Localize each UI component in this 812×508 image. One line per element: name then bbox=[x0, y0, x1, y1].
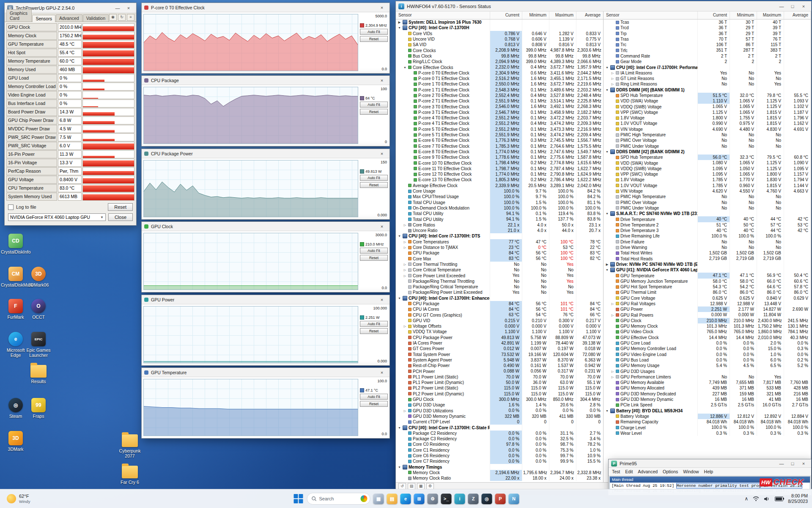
column-header-minimum[interactable]: Minimum bbox=[730, 11, 757, 19]
sensor-row[interactable]: ▶Drive: NVMe PC SN740 NVMe WD 1TB (E82..… bbox=[604, 262, 811, 267]
sensor-row[interactable]: ▷GPU D3D Usages bbox=[604, 368, 811, 374]
collapse-icon[interactable]: ▼ bbox=[398, 295, 401, 301]
gpuz-tab-sensors[interactable]: Sensors bbox=[32, 15, 55, 22]
desktop-icon-fraps[interactable]: 99Fraps bbox=[24, 398, 53, 419]
sensor-row[interactable]: PL2 Power Limit (Dynamic)115.0 W115.0 W1… bbox=[396, 391, 603, 397]
prime95-close-button[interactable]: × bbox=[798, 460, 809, 467]
sensor-row[interactable]: PL1 Power Limit (Static)70.0 W70.0 W70.0… bbox=[396, 374, 603, 380]
sensor-value[interactable]: 83.0 °C bbox=[58, 184, 82, 192]
menu-icon[interactable]: ≡ bbox=[127, 14, 134, 21]
collapse-icon[interactable]: ▼ bbox=[605, 267, 609, 273]
sensor-row[interactable]: Total CPU Utility94.1 %1.5 %137.7 %83.8 … bbox=[396, 216, 603, 222]
sensor-row[interactable]: GPU Memory Clock101.3 MHz101.3 MHz1,750.… bbox=[604, 323, 811, 329]
sensor-row[interactable]: E-core 13 T0 Effective Clock1,805.3 MHz0… bbox=[396, 177, 603, 182]
desktop-icon-crystaldiskinfo[interactable]: CDCrystalDiskInfo bbox=[1, 234, 30, 254]
sensor-row[interactable]: GPU Thermal Limit86.0 °C86.0 °C86.0 °C86… bbox=[604, 290, 811, 295]
auto-fit-button[interactable]: Auto Fit bbox=[360, 321, 388, 327]
sensor-row[interactable]: ▼S.M.A.R.T.: PC SN740 NVMe WD 1TB (231..… bbox=[604, 211, 811, 216]
sensor-row[interactable]: ▼CPU [#0]: Intel Core i7-13700H: Enhance… bbox=[396, 295, 603, 301]
gpuz-tab-graphics-card[interactable]: Graphics Card bbox=[6, 9, 32, 22]
sensor-row[interactable]: Battery Voltage12.886 V12.812 V12.892 V1… bbox=[604, 414, 811, 419]
sensor-row[interactable]: ▼DDR5 DIMM [#0] (BANK 0/DIMM 1) bbox=[604, 87, 811, 93]
graph-reset-button[interactable]: Reset bbox=[360, 109, 388, 115]
sensor-row[interactable]: Max CPU/Thread Usage100.0 %9.7 %100.0 %8… bbox=[396, 194, 603, 199]
sensor-row[interactable]: Memory Clock Ratio22.00 x18.00 x24.00 x2… bbox=[396, 475, 603, 481]
sensor-row[interactable]: ▷Core Distance to TjMAX23 °C0 °C53 °C22 … bbox=[396, 245, 603, 250]
sensor-value[interactable]: 2010.0 MHz bbox=[58, 23, 82, 31]
auto-fit-button[interactable]: Auto Fit bbox=[360, 175, 388, 181]
sensor-row[interactable]: Remaining Capacity84.018 Wh84.018 Wh84.0… bbox=[604, 419, 811, 425]
sensor-row[interactable]: GPU D3D Memory Dedicated227 MB159 MB321 … bbox=[604, 391, 811, 397]
sensor-row[interactable]: PMIC Over VoltageNoNoNo bbox=[604, 138, 811, 143]
sensor-row[interactable]: Rest-of-Chip Power0.490 W0.161 W1.537 W0… bbox=[396, 363, 603, 368]
auto-fit-button[interactable]: Auto Fit bbox=[360, 248, 388, 254]
column-header-average[interactable]: Average bbox=[784, 11, 811, 19]
sensor-row[interactable]: GPU Memory Available7,749 MB7,655 MB7,81… bbox=[604, 380, 811, 385]
sensor-row[interactable]: Core Usage100.0 %9.7 %100.0 %84.2 % bbox=[396, 188, 603, 194]
column-header-average[interactable]: Average bbox=[576, 11, 603, 19]
sensor-row[interactable]: Uncore Ratio21.0 x4.0 x44.0 x20.7 x bbox=[396, 228, 603, 233]
sensor-row[interactable]: Package/Ring Critical TemperatureNoNoNo bbox=[396, 284, 603, 290]
sensor-row[interactable]: GPU Bus Load0.0 %0.0 %6.0 %0.2 % bbox=[604, 357, 811, 363]
store-icon[interactable]: ⊞ bbox=[414, 494, 425, 504]
sensor-row[interactable]: Drive WarningNoNoNo bbox=[604, 245, 811, 250]
sensor-row[interactable]: Memory Clock2,194.6 MHz1,795.6 MHz2,394.… bbox=[396, 470, 603, 475]
sensor-row[interactable]: PCIe Link Speed2.5 GT/s2.5 GT/s16.0 GT/s… bbox=[604, 402, 811, 408]
graph-close-button[interactable]: × bbox=[377, 4, 387, 11]
graph-close-button[interactable]: × bbox=[377, 150, 387, 157]
terminal-icon[interactable]: >_ bbox=[441, 494, 452, 504]
gpuz-close-window-button[interactable]: Close bbox=[108, 213, 133, 221]
sensor-row[interactable]: Core VIDs0.786 V0.646 V1.282 V0.833 V bbox=[396, 31, 603, 36]
expand-icon[interactable]: ▷ bbox=[611, 301, 614, 306]
expand-icon[interactable]: ▷ bbox=[403, 222, 407, 228]
sensor-value[interactable]: 6613 MB bbox=[58, 193, 82, 201]
log-to-file-checkbox[interactable] bbox=[8, 204, 14, 210]
auto-fit-button[interactable]: Auto Fit bbox=[360, 29, 388, 35]
sensor-row[interactable]: P-core 1 T1 Effective Clock2,548.3 MHz0.… bbox=[396, 87, 603, 93]
sensor-row[interactable]: GT Cores Power0.012 W0.007 W0.197 W0.018… bbox=[396, 346, 603, 351]
graph-close-button[interactable]: × bbox=[377, 223, 387, 230]
gpuz-icon[interactable]: Z bbox=[468, 494, 479, 504]
sensor-value[interactable]: 48.5 °C bbox=[58, 40, 82, 48]
graph-reset-button[interactable]: Reset bbox=[360, 255, 388, 261]
expand-icon[interactable]: ▷ bbox=[403, 262, 407, 267]
sensor-row[interactable]: SPD Hub Temperature51.5 °C32.0 °C79.8 °C… bbox=[604, 93, 811, 98]
sensor-row[interactable]: GPU Power2.251 W2.177 W14.827 W2.690 W bbox=[604, 306, 811, 312]
sensor-row[interactable]: VDD (SWA) Voltage1.110 V1.065 V1.125 V1.… bbox=[604, 98, 811, 104]
column-header-maximum[interactable]: Maximum bbox=[757, 11, 784, 19]
sensor-row[interactable]: Total Host Writes1,502 GB1,502 GB1,502 G… bbox=[604, 250, 811, 256]
column-header-sensor[interactable]: Sensor bbox=[604, 11, 697, 19]
sensor-value[interactable]: Pwr, Thm bbox=[58, 167, 82, 175]
hwinfo-close-button[interactable]: × bbox=[798, 3, 809, 10]
sensor-row[interactable]: ▷Core Thermal ThrottlingNoNoYes bbox=[396, 262, 603, 267]
file-explorer-icon[interactable]: ▤ bbox=[387, 494, 398, 504]
sensor-row[interactable]: Core C6 Residency0.0 %0.0 %99.7 %10.9 % bbox=[396, 453, 603, 458]
sensor-row[interactable]: Trfc351 T287 T383 T bbox=[604, 47, 811, 53]
sensor-row[interactable]: Ring/LLC Clock2,094.9 MHz399.0 MHz4,389.… bbox=[396, 59, 603, 64]
column-header-current[interactable]: Current bbox=[697, 11, 730, 19]
column-header-minimum[interactable]: Minimum bbox=[522, 11, 549, 19]
sensor-row[interactable]: P-core 2 T1 Effective Clock2,551.9 MHz0.… bbox=[396, 98, 603, 104]
sensor-row[interactable]: ▼Battery [#0]: BYD DELL M59JH34 bbox=[604, 408, 811, 413]
sensor-row[interactable]: PL2 Power Limit (Static)115.0 W115.0 W11… bbox=[396, 385, 603, 391]
sensor-row[interactable]: Average Effective Clock2,339.9 MHz20.5 M… bbox=[396, 183, 603, 188]
sensor-row[interactable]: GPU Core Voltage0.625 V0.625 V0.840 V0.6… bbox=[604, 295, 811, 301]
sensor-row[interactable]: GPU D3D Usage1.6 %1.4 %20.6 %2.8 % bbox=[396, 402, 603, 408]
sensor-row[interactable]: PMIC High TemperatureNoNoNo bbox=[604, 132, 811, 138]
sensor-row[interactable]: GPU Video Engine Load0.0 %0.0 %1.0 %0.0 … bbox=[604, 352, 811, 357]
desktop-icon-3dmark06[interactable]: 3D3DMark06 bbox=[24, 267, 53, 287]
collapse-icon[interactable]: ▼ bbox=[605, 87, 609, 93]
sensor-row[interactable]: Uncore VID0.768 V0.606 V1.139 V0.775 V bbox=[396, 36, 603, 42]
expand-icon[interactable]: ▷ bbox=[611, 81, 614, 87]
sensor-row[interactable]: 1.0V VOUT Voltage0.990 V0.975 V1.815 V1.… bbox=[604, 121, 811, 126]
sensor-row[interactable]: P-core 0 T0 Effective Clock2,304.9 MHz0.… bbox=[396, 70, 603, 76]
sensor-row[interactable]: Total Host Reads2,719 GB2,719 GB2,719 GB bbox=[604, 256, 811, 261]
menu-item-window[interactable]: Window bbox=[683, 469, 699, 474]
sensor-row[interactable]: Tcas36 T30 T40 T bbox=[604, 19, 811, 25]
sensor-row[interactable]: ▷Ring Limit ReasonsNoNoYes bbox=[604, 81, 811, 87]
sensor-row[interactable]: ▷GPU D3D Utilizations0.0 %0.0 %0.0 %0.0 … bbox=[396, 408, 603, 413]
hidden-icons-chevron[interactable]: ∧ bbox=[744, 496, 748, 502]
sensor-row[interactable]: Core C7 Residency0.0 %0.0 %99.9 %15.5 % bbox=[396, 458, 603, 464]
sensor-row[interactable]: P-core 4 T1 Effective Clock2,551.2 MHz0.… bbox=[396, 121, 603, 126]
expand-icon[interactable]: ▷ bbox=[403, 267, 407, 273]
